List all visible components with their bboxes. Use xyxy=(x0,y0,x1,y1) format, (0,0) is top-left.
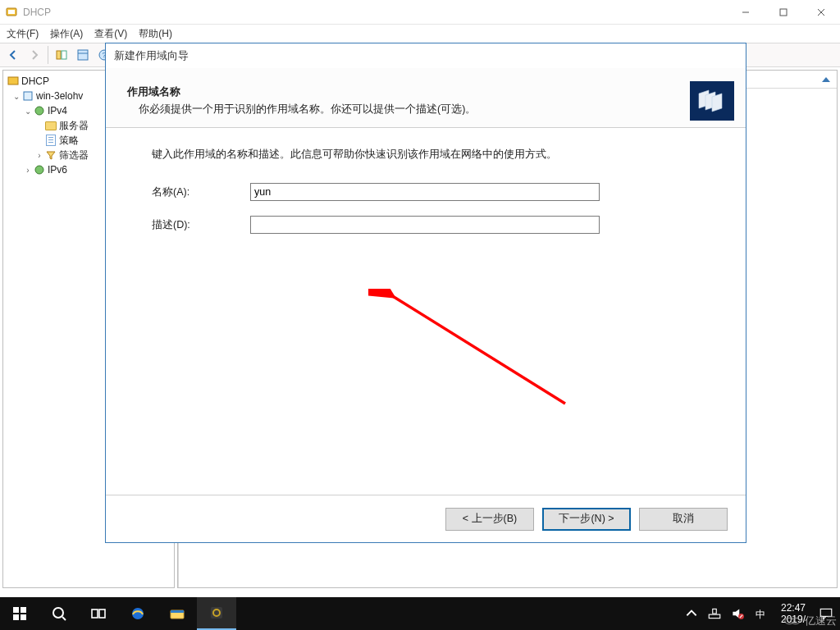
chevron-right-icon[interactable]: › xyxy=(34,151,44,160)
titlebar: DHCP xyxy=(0,0,840,25)
back-button[interactable]: < 上一步(B) xyxy=(445,508,534,531)
svg-rect-3 xyxy=(780,9,787,16)
wizard-footer: < 上一步(B) 下一步(N) > 取消 xyxy=(106,495,746,542)
show-hide-tree-button[interactable] xyxy=(52,45,71,65)
tree-server-label: win-3elohv xyxy=(36,90,83,102)
window-title: DHCP xyxy=(23,7,51,18)
clock-time: 22:47 xyxy=(781,602,806,614)
svg-rect-1 xyxy=(8,10,15,14)
taskbar-app-server-manager[interactable] xyxy=(197,597,236,630)
svg-rect-27 xyxy=(171,610,184,613)
menubar: 文件(F) 操作(A) 查看(V) 帮助(H) xyxy=(0,25,840,43)
chevron-down-icon[interactable]: ⌄ xyxy=(23,107,33,116)
page-icon xyxy=(44,134,57,147)
wizard-header-subtitle: 你必须提供一个用于识别的作用域名称。你还可以提供一个描述(可选)。 xyxy=(127,103,476,116)
wizard-header-title: 作用域名称 xyxy=(127,85,476,99)
svg-rect-24 xyxy=(99,609,105,618)
svg-point-15 xyxy=(35,166,43,174)
forward-button[interactable] xyxy=(25,45,44,65)
close-button[interactable] xyxy=(802,0,840,25)
svg-point-14 xyxy=(35,107,43,115)
menu-view[interactable]: 查看(V) xyxy=(94,27,127,41)
taskbar-clock[interactable]: 22:47 2019/ xyxy=(776,602,810,625)
start-button[interactable] xyxy=(0,597,39,630)
ipv4-icon xyxy=(33,104,46,117)
clock-date: 2019/ xyxy=(781,614,806,625)
svg-rect-20 xyxy=(21,614,26,620)
menu-file[interactable]: 文件(F) xyxy=(7,27,39,41)
tree-server-options-label: 服务器 xyxy=(59,119,89,133)
filter-icon xyxy=(44,148,57,162)
menu-action[interactable]: 操作(A) xyxy=(50,27,83,41)
svg-rect-6 xyxy=(57,51,61,59)
tree-filters-label: 筛选器 xyxy=(59,148,89,162)
search-button[interactable] xyxy=(39,597,79,630)
svg-point-21 xyxy=(53,608,63,618)
scope-desc-label: 描述(D): xyxy=(152,218,250,232)
volume-icon[interactable] xyxy=(730,606,745,621)
ipv6-icon xyxy=(33,163,46,176)
ime-icon[interactable]: 中 xyxy=(753,606,768,621)
menu-help[interactable]: 帮助(H) xyxy=(139,27,172,41)
svg-line-16 xyxy=(391,295,565,404)
wizard-header: 作用域名称 你必须提供一个用于识别的作用域名称。你还可以提供一个描述(可选)。 xyxy=(106,68,746,127)
dhcp-root-icon xyxy=(7,75,20,88)
svg-text:中: 中 xyxy=(756,609,765,620)
svg-rect-35 xyxy=(820,609,832,616)
network-icon[interactable] xyxy=(707,606,722,621)
task-view-button[interactable] xyxy=(79,597,118,630)
wizard-instruction: 键入此作用域的名称和描述。此信息可帮助你快速识别该作用域在网络中的使用方式。 xyxy=(152,148,708,162)
chevron-right-icon[interactable]: › xyxy=(23,166,33,175)
taskbar-app-ie[interactable] xyxy=(118,597,158,630)
svg-line-22 xyxy=(62,617,66,620)
svg-rect-31 xyxy=(713,609,717,614)
svg-rect-18 xyxy=(21,607,26,613)
maximize-button[interactable] xyxy=(765,0,802,25)
scope-desc-input[interactable] xyxy=(250,216,600,234)
back-button[interactable] xyxy=(3,45,23,65)
tree-ipv4-label: IPv4 xyxy=(48,105,67,116)
taskbar: 中 22:47 2019/ xyxy=(0,597,840,630)
tray-chevron-up-icon[interactable] xyxy=(684,606,699,621)
annotation-arrow-icon xyxy=(368,289,573,412)
minimize-button[interactable] xyxy=(727,0,765,25)
tree-root-label: DHCP xyxy=(21,75,49,87)
svg-rect-30 xyxy=(709,614,720,619)
cancel-button[interactable]: 取消 xyxy=(639,508,728,531)
wizard-title: 新建作用域向导 xyxy=(106,43,746,68)
scope-name-label: 名称(A): xyxy=(152,185,250,199)
dhcp-app-icon xyxy=(5,6,18,19)
properties-button[interactable] xyxy=(73,45,93,65)
svg-rect-23 xyxy=(92,609,98,618)
action-center-icon[interactable] xyxy=(819,606,833,621)
toolbar-separator xyxy=(48,46,48,64)
next-button[interactable]: 下一步(N) > xyxy=(542,508,631,531)
svg-rect-19 xyxy=(13,614,19,620)
svg-rect-17 xyxy=(13,607,19,613)
system-tray: 中 22:47 2019/ xyxy=(684,602,840,625)
new-scope-wizard: 新建作用域向导 作用域名称 你必须提供一个用于识别的作用域名称。你还可以提供一个… xyxy=(105,43,746,543)
tree-ipv6-label: IPv6 xyxy=(48,164,67,176)
scope-name-input[interactable] xyxy=(250,183,600,201)
svg-rect-12 xyxy=(8,77,18,84)
svg-rect-7 xyxy=(62,51,66,59)
chevron-down-icon[interactable]: ⌄ xyxy=(11,92,21,101)
svg-rect-8 xyxy=(78,50,88,60)
wizard-banner-icon xyxy=(690,81,734,121)
folder-icon xyxy=(44,119,57,132)
svg-rect-13 xyxy=(24,92,32,100)
sort-arrow-up-icon xyxy=(822,77,830,82)
wizard-body: 键入此作用域的名称和描述。此信息可帮助你快速识别该作用域在网络中的使用方式。 名… xyxy=(106,128,746,234)
tree-policies-label: 策略 xyxy=(59,134,79,148)
taskbar-app-explorer[interactable] xyxy=(158,597,197,630)
server-icon xyxy=(21,89,34,103)
